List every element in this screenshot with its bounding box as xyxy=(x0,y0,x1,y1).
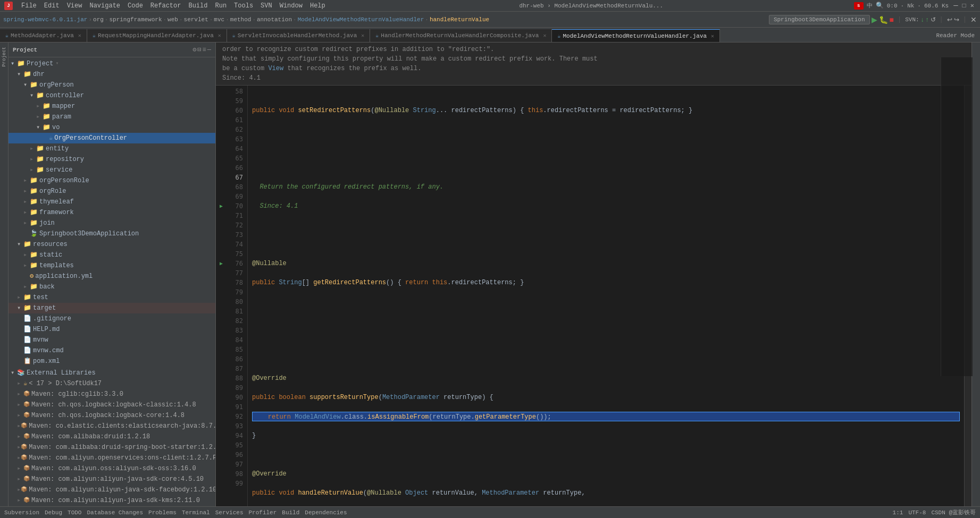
project-icon[interactable]: Project xyxy=(2,45,7,69)
tree-item-orgpersoncontroller[interactable]: ☕ OrgPersonController xyxy=(9,133,215,143)
tree-item-maven-logback-core[interactable]: ▸ 📦 Maven: ch.qos.logback:logback-core:1… xyxy=(9,410,215,421)
tree-item-service[interactable]: ▸ 📁 service xyxy=(9,165,215,175)
tab-close-1[interactable]: ✕ xyxy=(78,32,81,39)
run-config-dropdown[interactable]: Springboot3DemoApplication xyxy=(769,15,870,24)
status-dependencies[interactable]: Dependencies xyxy=(305,509,347,516)
undo-button[interactable]: ↩ xyxy=(947,16,952,23)
tree-item-maven-java-sdk-core[interactable]: ▸ 📦 Maven: com.aliyun:aliyun-java-sdk-co… xyxy=(9,474,215,485)
tree-item-gitignore[interactable]: 📄 .gitignore xyxy=(9,313,215,324)
tree-item-repository[interactable]: ▸ 📁 repository xyxy=(9,154,215,165)
tree-item-param[interactable]: ▸ 📁 param xyxy=(9,112,215,122)
reader-mode-button[interactable]: Reader Mode xyxy=(931,29,980,42)
menu-code[interactable]: Code xyxy=(124,1,146,11)
tree-item-maven-oss[interactable]: ▸ 📦 Maven: com.aliyun.oss:aliyun-sdk-oss… xyxy=(9,463,215,474)
tree-item-jdk17[interactable]: ▸ ☕ < 17 > D:\SoftUdk17 xyxy=(9,378,215,389)
tree-item-maven-druid-spring[interactable]: ▸ 📦 Maven: com.alibaba:druid-spring-boot… xyxy=(9,442,215,453)
tree-item-back[interactable]: ▸ 📁 back xyxy=(9,282,215,292)
tab-model-and-view-active[interactable]: ☕ ModelAndViewMethodReturnValueHandler.j… xyxy=(552,29,720,42)
tree-item-maven-ons-client[interactable]: ▸ 📦 Maven: com.aliyun.openservices:ons-c… xyxy=(9,453,215,463)
project-breadcrumb[interactable]: spring-webmvc-6.0.11.jar xyxy=(3,16,87,23)
svn-commit[interactable]: ↑ xyxy=(926,16,929,23)
gutter-run-58[interactable]: ▶ xyxy=(216,201,227,211)
tree-item-mvnw-cmd[interactable]: 📄 mvnw.cmd xyxy=(9,345,215,356)
window-close[interactable]: ✕ xyxy=(969,2,976,10)
sidebar-collapse-icon[interactable]: ⊟ xyxy=(197,46,201,54)
tree-item-join[interactable]: ▸ 📁 join xyxy=(9,218,215,228)
menu-tools[interactable]: Tools xyxy=(231,1,256,11)
tab-handler-composite[interactable]: ☕ HandlerMethodReturnValueHandlerComposi… xyxy=(370,29,552,42)
status-todo[interactable]: TODO xyxy=(68,509,81,516)
tree-item-orgperson[interactable]: ▾ 📁 orgPerson xyxy=(9,80,215,90)
redo-button[interactable]: ↪ xyxy=(954,16,959,23)
sidebar-close-icon[interactable]: — xyxy=(207,46,211,54)
tree-item-application-yml[interactable]: ⚙ application.yml xyxy=(9,271,215,282)
tree-item-maven-cglib[interactable]: ▸ 📦 Maven: cglib:cglib:3.3.0 xyxy=(9,389,215,400)
tree-item-vo[interactable]: ▾ 📁 vo xyxy=(9,122,215,133)
search-icon[interactable]: 🔍 xyxy=(876,2,884,10)
tree-item-test[interactable]: ▸ 📁 test xyxy=(9,292,215,303)
tree-item-static[interactable]: ▸ 📁 static xyxy=(9,250,215,260)
org-breadcrumb[interactable]: org xyxy=(93,16,104,23)
tree-item-resources[interactable]: ▾ 📁 resources xyxy=(9,239,215,250)
tree-item-maven-facebook[interactable]: ▸ 📦 Maven: com.aliyun:aliyun-java-sdk-fa… xyxy=(9,485,215,495)
menu-help[interactable]: Help xyxy=(307,1,329,11)
status-db-changes[interactable]: Database Changes xyxy=(87,509,143,516)
tree-item-external-libs[interactable]: ▾ 📚 External Libraries xyxy=(9,368,215,378)
tree-item-maven-druid[interactable]: ▸ 📦 Maven: com.alibaba:druid:1.2.18 xyxy=(9,431,215,442)
status-subversion[interactable]: Subversion xyxy=(4,509,39,516)
status-debug[interactable]: Debug xyxy=(45,509,62,516)
status-services[interactable]: Services xyxy=(215,509,244,516)
status-profiler[interactable]: Profiler xyxy=(249,509,277,516)
menu-window[interactable]: Window xyxy=(277,1,306,11)
window-minimize[interactable]: ─ xyxy=(952,2,959,10)
tree-item-thymeleaf[interactable]: ▸ 📁 thymeleaf xyxy=(9,197,215,207)
sidebar-settings-icon[interactable]: ⚙ xyxy=(192,46,196,54)
tree-item-controller[interactable]: ▾ 📁 controller xyxy=(9,90,215,101)
menu-view[interactable]: View xyxy=(64,1,86,11)
stop-button[interactable]: ■ xyxy=(890,15,894,24)
menu-build[interactable]: Build xyxy=(185,1,211,11)
menu-file[interactable]: File xyxy=(18,1,40,11)
tab-close-5[interactable]: ✕ xyxy=(711,33,714,39)
tree-item-project[interactable]: ▾ 📁 Project ▾ xyxy=(9,58,215,69)
tree-item-target[interactable]: ▾ 📁 target xyxy=(9,303,215,313)
tree-item-templates[interactable]: ▸ 📁 templates xyxy=(9,260,215,271)
menu-edit[interactable]: Edit xyxy=(41,1,63,11)
tree-item-mvnw[interactable]: 📄 mvnw xyxy=(9,335,215,345)
tab-close-4[interactable]: ✕ xyxy=(543,32,546,39)
tree-item-orgrole[interactable]: ▸ 📁 orgRole xyxy=(9,186,215,197)
status-problems[interactable]: Problems xyxy=(148,509,177,516)
close-panel[interactable]: ✕ xyxy=(970,15,977,24)
gutter-run-78[interactable]: ▶ xyxy=(216,259,227,268)
menu-refactor[interactable]: Refactor xyxy=(147,1,185,11)
sidebar-sort-icon[interactable]: ≡ xyxy=(203,46,206,54)
tree-item-maven-elasticsearch[interactable]: ▸ 📦 Maven: co.elastic.clients:elasticsea… xyxy=(9,421,215,431)
tree-item-framework[interactable]: ▸ 📁 framework xyxy=(9,207,215,218)
tree-item-dhr[interactable]: ▾ 📁 dhr xyxy=(9,69,215,80)
run-button[interactable]: ▶ xyxy=(872,15,877,24)
svn-update[interactable]: ↓ xyxy=(921,16,924,23)
status-build[interactable]: Build xyxy=(282,509,299,516)
debug-button[interactable]: 🐛 xyxy=(879,15,888,24)
tab-method-adapter[interactable]: ☕ MethodAdapter.java ✕ xyxy=(0,29,87,42)
menu-svn[interactable]: SVN xyxy=(257,1,275,11)
tree-item-help[interactable]: 📄 HELP.md xyxy=(9,324,215,335)
menu-run[interactable]: Run xyxy=(212,1,230,11)
tab-close-2[interactable]: ✕ xyxy=(218,32,221,39)
tab-close-3[interactable]: ✕ xyxy=(361,32,364,39)
tree-item-entity[interactable]: ▸ 📁 entity xyxy=(9,143,215,154)
tab-servlet-invocable[interactable]: ☕ ServletInvocableHandlerMethod.java ✕ xyxy=(227,29,371,42)
tree-item-mapper[interactable]: ▸ 📁 mapper xyxy=(9,101,215,112)
tree-item-orgpersonrole[interactable]: ▸ 📁 orgPersonRole xyxy=(9,175,215,186)
tree-item-maven-kms[interactable]: ▸ 📦 Maven: com.aliyun:aliyun-java-sdk-km… xyxy=(9,495,215,506)
method-breadcrumb[interactable]: handleReturnValue xyxy=(430,16,489,23)
svn-refresh[interactable]: ↺ xyxy=(931,16,936,23)
tab-request-mapping[interactable]: ☕ RequestMappingHandlerAdapter.java ✕ xyxy=(87,29,227,42)
tree-item-pom[interactable]: 📋 pom.xml xyxy=(9,356,215,367)
tree-item-springboot-app[interactable]: 🍃 Springboot3DemoApplication xyxy=(9,228,215,239)
window-maximize[interactable]: □ xyxy=(961,2,968,10)
class-breadcrumb[interactable]: ModelAndViewMethodReturnValueHandler xyxy=(298,16,424,23)
status-terminal[interactable]: Terminal xyxy=(182,509,210,516)
tree-item-maven-logback-classic[interactable]: ▸ 📦 Maven: ch.qos.logback:logback-classi… xyxy=(9,400,215,410)
menu-navigate[interactable]: Navigate xyxy=(86,1,123,11)
